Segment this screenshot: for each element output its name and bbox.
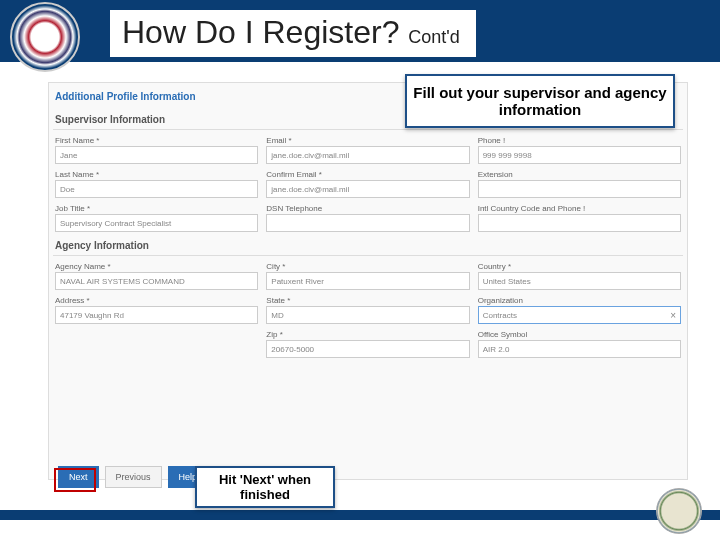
form-field: Last Name *Doe <box>55 168 258 198</box>
text-input[interactable]: Contracts× <box>478 306 681 324</box>
form-field: Phone !999 999 9998 <box>478 134 681 164</box>
text-input[interactable]: jane.doe.civ@mail.mil <box>266 146 469 164</box>
field-label: Last Name * <box>55 168 258 180</box>
text-input[interactable]: 999 999 9998 <box>478 146 681 164</box>
callout-next: Hit 'Next' when finished <box>195 466 335 508</box>
form-field: Country *United States <box>478 260 681 290</box>
form-field: State *MD <box>266 294 469 324</box>
form-field: Address *47179 Vaughn Rd <box>55 294 258 324</box>
dod-seal-icon <box>656 488 702 534</box>
field-label: Extension <box>478 168 681 180</box>
field-label: Zip * <box>266 328 469 340</box>
form-field: Office SymbolAIR 2.0 <box>478 328 681 358</box>
form-row: Address *47179 Vaughn RdState *MDOrganiz… <box>53 292 683 326</box>
text-input[interactable]: Jane <box>55 146 258 164</box>
text-input[interactable]: United States <box>478 272 681 290</box>
text-input[interactable] <box>478 214 681 232</box>
form-field: DSN Telephone <box>266 202 469 232</box>
form-field: Email *jane.doe.civ@mail.mil <box>266 134 469 164</box>
field-label: Agency Name * <box>55 260 258 272</box>
form-row: Agency Name *NAVAL AIR SYSTEMS COMMANDCi… <box>53 258 683 292</box>
text-input[interactable]: Doe <box>55 180 258 198</box>
text-input[interactable]: MD <box>266 306 469 324</box>
callout-supervisor: Fill out your supervisor and agency info… <box>405 74 675 128</box>
form-field: Agency Name *NAVAL AIR SYSTEMS COMMAND <box>55 260 258 290</box>
text-input[interactable]: 20670-5000 <box>266 340 469 358</box>
field-label: First Name * <box>55 134 258 146</box>
registration-form: Additional Profile Information Superviso… <box>48 82 688 480</box>
supervisor-rows: First Name *JaneEmail *jane.doe.civ@mail… <box>53 132 683 234</box>
text-input[interactable]: Supervisory Contract Specialist <box>55 214 258 232</box>
field-label: Job Title * <box>55 202 258 214</box>
page-title: How Do I Register? Cont'd <box>110 10 476 57</box>
clear-icon[interactable]: × <box>670 310 676 321</box>
text-input[interactable]: NAVAL AIR SYSTEMS COMMAND <box>55 272 258 290</box>
form-row: First Name *JaneEmail *jane.doe.civ@mail… <box>53 132 683 166</box>
form-field: Zip *20670-5000 <box>266 328 469 358</box>
form-field: Intl Country Code and Phone ! <box>478 202 681 232</box>
text-input[interactable]: 47179 Vaughn Rd <box>55 306 258 324</box>
previous-button[interactable]: Previous <box>105 466 162 488</box>
title-sub: Cont'd <box>408 27 459 47</box>
agency-rows: Agency Name *NAVAL AIR SYSTEMS COMMANDCi… <box>53 258 683 360</box>
form-row: Last Name *DoeConfirm Email *jane.doe.ci… <box>53 166 683 200</box>
form-field: Extension <box>478 168 681 198</box>
form-field: Job Title *Supervisory Contract Speciali… <box>55 202 258 232</box>
button-row: Next Previous Help <box>58 466 208 488</box>
text-input[interactable]: jane.doe.civ@mail.mil <box>266 180 469 198</box>
text-input[interactable]: AIR 2.0 <box>478 340 681 358</box>
footer-bar <box>0 510 720 520</box>
next-button[interactable]: Next <box>58 466 99 488</box>
text-input[interactable] <box>266 214 469 232</box>
form-field: Confirm Email *jane.doe.civ@mail.mil <box>266 168 469 198</box>
title-main: How Do I Register? <box>122 14 399 50</box>
field-label: Office Symbol <box>478 328 681 340</box>
text-input[interactable]: Patuxent River <box>266 272 469 290</box>
field-label: Organization <box>478 294 681 306</box>
field-label: Phone ! <box>478 134 681 146</box>
form-row: Zip *20670-5000Office SymbolAIR 2.0 <box>53 326 683 360</box>
agency-seal-icon <box>10 2 80 72</box>
text-input[interactable] <box>478 180 681 198</box>
field-label: Intl Country Code and Phone ! <box>478 202 681 214</box>
field-label: City * <box>266 260 469 272</box>
agency-section-title: Agency Information <box>53 234 683 256</box>
field-label: Address * <box>55 294 258 306</box>
field-label: Confirm Email * <box>266 168 469 180</box>
form-field <box>55 328 258 358</box>
form-field: First Name *Jane <box>55 134 258 164</box>
field-label: Country * <box>478 260 681 272</box>
field-label: DSN Telephone <box>266 202 469 214</box>
form-field: OrganizationContracts× <box>478 294 681 324</box>
field-label: Email * <box>266 134 469 146</box>
field-label: State * <box>266 294 469 306</box>
form-field: City *Patuxent River <box>266 260 469 290</box>
form-row: Job Title *Supervisory Contract Speciali… <box>53 200 683 234</box>
